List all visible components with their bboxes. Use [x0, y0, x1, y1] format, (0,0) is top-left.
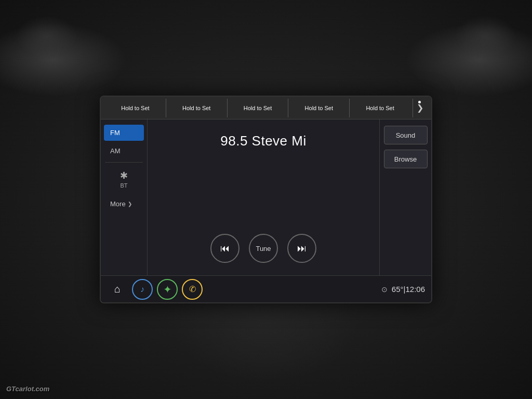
- home-icon: ⌂: [114, 283, 121, 295]
- fm-source-button[interactable]: FM: [104, 125, 144, 141]
- previous-icon: ⏮: [220, 243, 230, 254]
- center-content: 98.5 Steve Mi ⏮ Tune ⏭: [148, 119, 379, 275]
- more-sources-button[interactable]: More ❯: [104, 196, 144, 212]
- action-sidebar: Sound Browse: [379, 119, 431, 275]
- fm-label: FM: [110, 129, 120, 137]
- preset-button-5[interactable]: Hold to Set: [350, 99, 410, 117]
- source-divider: [105, 162, 143, 163]
- next-button[interactable]: ⏭: [287, 234, 316, 263]
- time-value: 12:06: [405, 285, 425, 294]
- phone-nav-button[interactable]: ✆: [182, 279, 203, 300]
- more-label: More: [110, 200, 126, 208]
- music-nav-button[interactable]: ♪: [132, 279, 153, 300]
- bluetooth-icon: ✱: [120, 170, 128, 181]
- phone-icon: ✆: [189, 284, 196, 294]
- bt-source-button[interactable]: ✱ BT: [104, 166, 144, 193]
- location-icon: ⊙: [381, 285, 388, 294]
- more-chevron-icon: ❯: [128, 201, 132, 207]
- next-arrow-icon: ❯: [417, 103, 423, 113]
- am-source-button[interactable]: AM: [104, 143, 144, 159]
- bottom-nav-bar: ⌂ ♪ ✦ ✆ ⊙ 65°|12:06: [101, 275, 431, 302]
- source-sidebar: FM AM ✱ BT More ❯: [101, 119, 148, 275]
- sound-label: Sound: [396, 131, 416, 139]
- temp-value: 65°: [392, 285, 404, 294]
- presets-bar: Hold to Set Hold to Set Hold to Set Hold…: [101, 97, 431, 119]
- tune-label: Tune: [256, 245, 271, 252]
- playback-controls: ⏮ Tune ⏭: [210, 234, 316, 263]
- main-content-area: FM AM ✱ BT More ❯ 98.5 Steve Mi: [101, 119, 431, 275]
- next-icon: ⏭: [297, 243, 307, 254]
- music-icon: ♪: [140, 285, 144, 294]
- preset-button-4[interactable]: Hold to Set: [288, 99, 350, 117]
- temperature-display: 65°|12:06: [392, 285, 425, 294]
- tune-button[interactable]: Tune: [249, 234, 278, 263]
- watermark: GTcarlot.com: [6, 385, 49, 393]
- preset-label-3: Hold to Set: [244, 105, 272, 111]
- preset-label-4: Hold to Set: [305, 105, 333, 111]
- previous-button[interactable]: ⏮: [210, 234, 240, 263]
- bt-label: BT: [120, 182, 127, 189]
- apps-icon: ✦: [163, 283, 172, 296]
- apps-nav-button[interactable]: ✦: [157, 279, 178, 300]
- status-bar: ⊙ 65°|12:06: [381, 285, 425, 294]
- preset-button-3[interactable]: Hold to Set: [228, 99, 289, 117]
- sound-button[interactable]: Sound: [384, 126, 428, 144]
- station-name: 98.5 Steve Mi: [220, 133, 306, 149]
- preset-label-1: Hold to Set: [121, 105, 149, 111]
- preset-label-2: Hold to Set: [182, 105, 210, 111]
- car-vent-right: [454, 16, 516, 57]
- preset-label-5: Hold to Set: [366, 105, 394, 111]
- presets-next-button[interactable]: ❯: [413, 99, 427, 117]
- preset-button-2[interactable]: Hold to Set: [166, 99, 228, 117]
- home-nav-button[interactable]: ⌂: [107, 279, 128, 300]
- am-label: AM: [110, 147, 121, 155]
- infotainment-screen: Hold to Set Hold to Set Hold to Set Hold…: [100, 96, 432, 303]
- browse-label: Browse: [394, 155, 417, 163]
- car-vent-left: [16, 16, 78, 57]
- browse-button[interactable]: Browse: [384, 150, 428, 168]
- preset-button-1[interactable]: Hold to Set: [105, 99, 166, 117]
- indicator-dot: [418, 101, 421, 103]
- car-background: Hold to Set Hold to Set Hold to Set Hold…: [0, 0, 532, 399]
- nav-icons-group: ⌂ ♪ ✦ ✆: [107, 279, 381, 300]
